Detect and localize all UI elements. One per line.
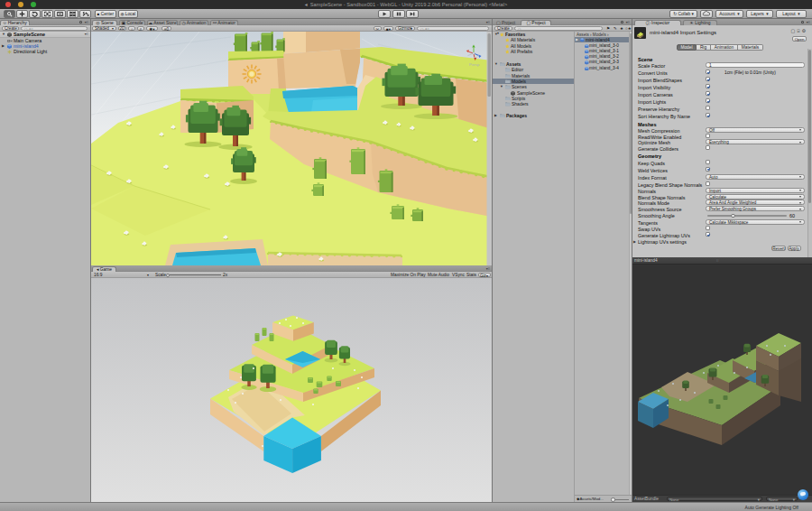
svg-text:Persp: Persp — [469, 62, 480, 67]
